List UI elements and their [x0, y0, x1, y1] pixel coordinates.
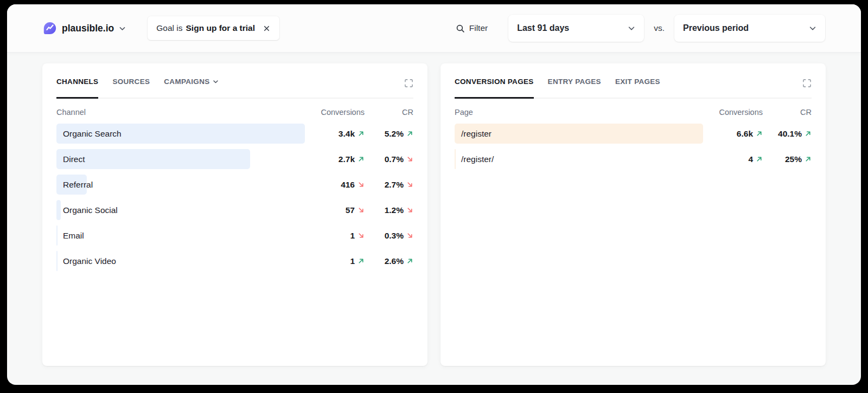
trend-arrow-icon	[358, 207, 365, 214]
conversions-value: 2.7k	[339, 154, 355, 164]
tab-entry-pages[interactable]: ENTRY PAGES	[548, 78, 601, 98]
dashboard-content: CHANNELS SOURCES CAMPAIGNS Channel	[7, 53, 861, 377]
close-icon[interactable]	[263, 24, 271, 33]
trend-arrow-icon	[358, 181, 365, 188]
tab-campaigns[interactable]: CAMPAIGNS	[164, 78, 219, 98]
cr-value: 2.6%	[385, 256, 404, 266]
cr-value: 2.7%	[385, 180, 404, 190]
comparison-value: Previous period	[683, 23, 749, 33]
table-row[interactable]: Organic Video 1 2.6%	[56, 251, 413, 271]
fullscreen-icon[interactable]	[404, 79, 413, 90]
table-row[interactable]: Referral 416 2.7%	[56, 175, 413, 195]
trend-arrow-icon	[756, 130, 763, 137]
table-row[interactable]: Organic Social 57 1.2%	[56, 200, 413, 220]
row-label: Email	[56, 231, 84, 241]
table-row[interactable]: /register/ 4 25%	[455, 149, 812, 169]
row-cr-cell: 2.7%	[365, 180, 413, 190]
row-conversions-cell: 1	[305, 231, 365, 241]
row-cr-cell: 5.2%	[365, 129, 413, 139]
cr-value: 0.7%	[385, 154, 404, 164]
pages-column-headers: Page Conversions CR	[455, 108, 812, 117]
trend-arrow-icon	[358, 156, 365, 163]
trend-arrow-icon	[406, 130, 413, 137]
cr-value: 25%	[785, 154, 802, 164]
row-name-cell: Organic Video	[56, 251, 305, 271]
row-name-cell: /register	[455, 124, 703, 144]
row-cr-cell: 0.7%	[365, 154, 413, 164]
row-cr-cell: 0.3%	[365, 231, 413, 241]
tab-exit-pages[interactable]: EXIT PAGES	[615, 78, 660, 98]
trend-arrow-icon	[406, 181, 413, 188]
column-header-cr: CR	[365, 108, 413, 117]
row-conversions-cell: 416	[305, 180, 365, 190]
row-label: Organic Social	[56, 205, 118, 215]
row-bar	[56, 149, 250, 169]
goal-filter-value: Sign up for a trial	[186, 23, 255, 33]
tab-channels[interactable]: CHANNELS	[56, 78, 98, 98]
row-conversions-cell: 4	[703, 154, 763, 164]
trend-arrow-icon	[406, 257, 413, 265]
fullscreen-icon[interactable]	[802, 79, 812, 90]
row-cr-cell: 25%	[763, 154, 812, 164]
comparison-dropdown[interactable]: Previous period	[674, 15, 825, 42]
date-range-dropdown[interactable]: Last 91 days	[508, 15, 644, 42]
trend-arrow-icon	[358, 257, 365, 265]
row-label: /register/	[455, 154, 494, 164]
pages-tab-bar: CONVERSION PAGES ENTRY PAGES EXIT PAGES	[455, 78, 812, 99]
cr-value: 0.3%	[385, 231, 404, 241]
row-name-cell: Email	[56, 226, 305, 246]
conversions-value: 4	[748, 154, 753, 164]
tab-conversion-pages[interactable]: CONVERSION PAGES	[455, 78, 534, 98]
site-name: plausible.io	[62, 23, 114, 34]
row-conversions-cell: 6.6k	[703, 129, 763, 139]
conversions-value: 3.4k	[339, 129, 355, 139]
vs-label: vs.	[654, 23, 665, 33]
row-label: Organic Video	[56, 256, 116, 266]
trend-arrow-icon	[756, 156, 763, 163]
conversions-value: 1	[350, 231, 355, 241]
column-header-channel: Channel	[56, 108, 305, 117]
channels-panel: CHANNELS SOURCES CAMPAIGNS Channel	[42, 63, 427, 366]
cr-value: 40.1%	[778, 129, 802, 139]
row-name-cell: Organic Search	[56, 124, 305, 144]
table-row[interactable]: /register 6.6k 40.1%	[455, 124, 812, 144]
row-cr-cell: 2.6%	[365, 256, 413, 266]
chevron-down-icon	[119, 25, 126, 32]
row-conversions-cell: 1	[305, 256, 365, 266]
top-bar: plausible.io Goal is Sign up for a trial…	[7, 4, 861, 53]
cr-value: 5.2%	[385, 129, 404, 139]
channels-column-headers: Channel Conversions CR	[56, 108, 413, 117]
date-range-value: Last 91 days	[517, 23, 569, 33]
site-switcher[interactable]: plausible.io	[43, 21, 126, 35]
row-label: Direct	[56, 154, 85, 164]
tab-sources[interactable]: SOURCES	[112, 78, 150, 98]
row-conversions-cell: 57	[305, 205, 365, 215]
row-name-cell: Referral	[56, 175, 305, 195]
trend-arrow-icon	[358, 130, 365, 137]
chevron-down-icon	[628, 24, 635, 32]
conversions-value: 6.6k	[737, 129, 753, 139]
trend-arrow-icon	[406, 156, 413, 163]
table-row[interactable]: Email 1 0.3%	[56, 226, 413, 246]
row-label: Referral	[56, 180, 93, 190]
row-bar	[455, 124, 703, 144]
chevron-down-icon	[809, 24, 816, 32]
row-conversions-cell: 2.7k	[305, 154, 365, 164]
row-name-cell: Organic Social	[56, 200, 305, 220]
goal-filter-prefix: Goal is	[156, 23, 182, 33]
channels-rows: Organic Search 3.4k 5.2% Direct 2.7k	[56, 124, 413, 271]
column-header-page: Page	[455, 108, 703, 117]
column-header-conversions: Conversions	[703, 108, 763, 117]
row-label: /register	[455, 129, 492, 139]
channels-tab-bar: CHANNELS SOURCES CAMPAIGNS	[56, 78, 413, 99]
table-row[interactable]: Organic Search 3.4k 5.2%	[56, 124, 413, 144]
pages-panel: CONVERSION PAGES ENTRY PAGES EXIT PAGES …	[441, 63, 826, 366]
filter-button[interactable]: Filter	[456, 23, 488, 33]
conversions-value: 57	[346, 205, 355, 215]
goal-filter-chip[interactable]: Goal is Sign up for a trial	[148, 16, 279, 40]
row-name-cell: Direct	[56, 149, 305, 169]
row-cr-cell: 1.2%	[365, 205, 413, 215]
cr-value: 1.2%	[385, 205, 404, 215]
table-row[interactable]: Direct 2.7k 0.7%	[56, 149, 413, 169]
trend-arrow-icon	[406, 207, 413, 214]
